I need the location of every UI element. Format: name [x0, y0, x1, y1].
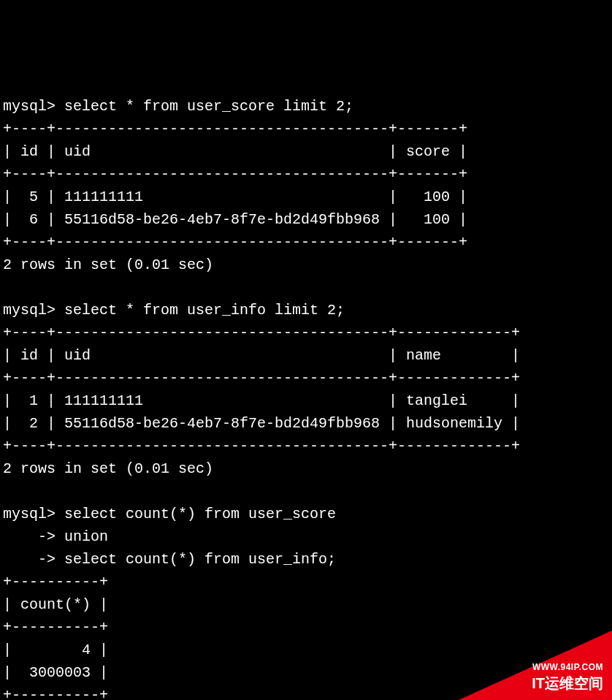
table-border: +----------+: [3, 619, 108, 636]
table-border: +----+----------------------------------…: [3, 234, 467, 251]
mysql-prompt[interactable]: mysql> select * from user_info limit 2;: [3, 302, 345, 319]
sql-query-3-line1: select count(*) from user_score: [64, 506, 336, 522]
table-border: +----------+: [3, 574, 108, 590]
table-row: | 1 | 111111111 | tanglei |: [3, 392, 520, 409]
watermark: WWW.94IP.COM IT运维空间: [532, 662, 603, 693]
query-status: 2 rows in set (0.01 sec): [3, 256, 213, 273]
mysql-prompt[interactable]: mysql> select count(*) from user_score: [3, 506, 336, 522]
table-row: | 6 | 55116d58-be26-4eb7-8f7e-bd2d49fbb9…: [3, 211, 467, 228]
table-row: | 5 | 111111111 | 100 |: [3, 189, 467, 205]
sql-query-2: select * from user_info limit 2;: [64, 302, 345, 319]
terminal-output: mysql> select * from user_score limit 2;…: [3, 95, 609, 700]
query-status: 2 rows in set (0.01 sec): [3, 460, 213, 477]
watermark-url: WWW.94IP.COM: [532, 662, 603, 674]
table-border: +----+----------------------------------…: [3, 370, 520, 387]
table-border: +----+----------------------------------…: [3, 438, 520, 454]
mysql-continuation[interactable]: -> union: [3, 528, 108, 545]
table-row: | 3000003 |: [3, 664, 108, 681]
watermark-brand: IT运维空间: [532, 674, 603, 693]
table-row: | 4 |: [3, 642, 108, 658]
table-border: +----+----------------------------------…: [3, 166, 467, 183]
mysql-continuation[interactable]: -> select count(*) from user_info;: [3, 551, 336, 568]
mysql-prompt[interactable]: mysql> select * from user_score limit 2;: [3, 98, 353, 115]
table-border: +----+----------------------------------…: [3, 121, 467, 137]
sql-query-1: select * from user_score limit 2;: [64, 98, 353, 115]
table-row: | 2 | 55116d58-be26-4eb7-8f7e-bd2d49fbb9…: [3, 415, 520, 432]
sql-query-3-line3: select count(*) from user_info;: [64, 551, 336, 568]
sql-query-3-line2: union: [64, 528, 108, 545]
table-border: +----------+: [3, 687, 108, 700]
table-border: +----+----------------------------------…: [3, 324, 520, 341]
table-header: | id | uid | score |: [3, 143, 467, 160]
table-header: | id | uid | name |: [3, 347, 520, 364]
table-header: | count(*) |: [3, 596, 108, 613]
